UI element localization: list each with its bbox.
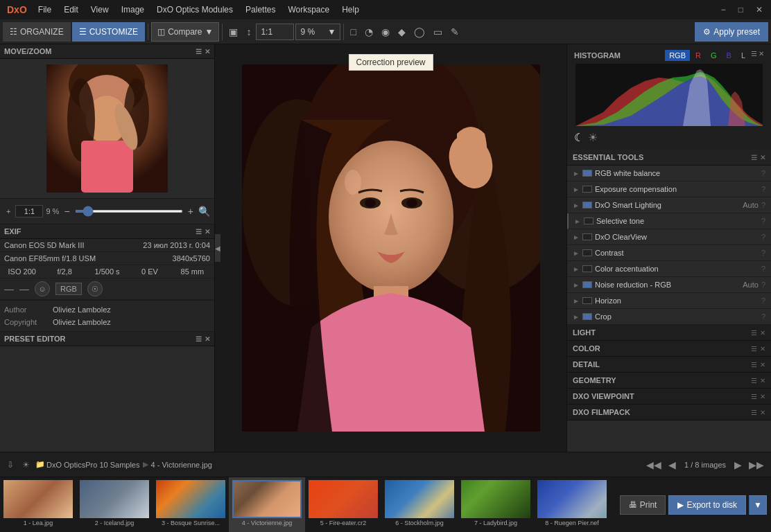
menu-view[interactable]: View (85, 3, 114, 16)
contrast-help[interactable]: ? (761, 249, 765, 257)
fit-screen-button[interactable]: ▣ (225, 22, 241, 42)
exposure-help[interactable]: ? (761, 185, 765, 193)
clearview-help[interactable]: ? (761, 233, 765, 241)
first-image-button[interactable]: ◀◀ (643, 458, 664, 472)
preset-editor-menu-icon[interactable]: ☰ (196, 335, 202, 343)
maximize-button[interactable]: □ (733, 3, 749, 16)
exposure-checkbox[interactable] (582, 186, 592, 193)
tool-row-crop[interactable]: ► Crop ? (567, 309, 771, 325)
zoom-slider[interactable] (75, 210, 183, 213)
preset-editor-close-icon[interactable]: ✕ (205, 335, 210, 343)
menu-workspace[interactable]: Workspace (282, 3, 335, 16)
zoom-decrease-button[interactable]: − (62, 202, 71, 221)
local-adjust-button[interactable]: ◆ (395, 22, 409, 42)
contrast-checkbox[interactable] (582, 249, 592, 256)
film-item-6[interactable]: 6 - Stockholm.jpg (381, 477, 458, 532)
color-menu[interactable]: ☰ (751, 345, 757, 353)
exif-menu-icon[interactable]: ☰ (196, 228, 202, 236)
export-dropdown-button[interactable]: ▼ (749, 495, 767, 515)
menu-palettes[interactable]: Palettes (240, 3, 281, 16)
viewpoint-menu[interactable]: ☰ (751, 393, 757, 400)
tool-row-noise-reduction[interactable]: ► Noise reduction - RGB Auto ? (567, 277, 771, 293)
tool-row-clearview[interactable]: ► DxO ClearView ? (567, 229, 771, 245)
compare-button[interactable]: ◫ Compare ▼ (151, 22, 219, 42)
noise-reduction-checkbox[interactable] (582, 281, 592, 288)
tool-row-selective-tone[interactable]: ► Selective tone ? (567, 213, 771, 229)
color-accent-checkbox[interactable] (582, 265, 592, 272)
close-button[interactable]: ✕ (750, 3, 768, 16)
print-button[interactable]: 🖶 Print (620, 495, 666, 515)
filter-button[interactable]: ☀ (19, 459, 33, 471)
export-button[interactable]: ▶ Export to disk (668, 495, 746, 515)
customize-button[interactable]: ☰ CUSTOMIZE (72, 22, 145, 42)
tools-menu-icon[interactable]: ☰ (751, 154, 757, 161)
white-balance-picker[interactable]: ◔ (361, 22, 376, 42)
crop-checkbox[interactable] (582, 313, 592, 320)
detail-menu[interactable]: ☰ (751, 361, 757, 369)
crop-tool-button[interactable]: □ (347, 22, 359, 42)
film-item-7[interactable]: 7 - Ladybird.jpg (458, 477, 534, 532)
prev-image-button[interactable]: ◀ (666, 458, 679, 472)
left-collapse-handle[interactable]: ◀ (215, 234, 220, 262)
menu-edit[interactable]: Edit (58, 3, 84, 16)
rgb-tag[interactable]: RGB (55, 283, 82, 295)
film-item-2[interactable]: 2 - Iceland.jpg (76, 477, 153, 532)
viewpoint-close[interactable]: ✕ (760, 393, 765, 400)
repair-button[interactable]: ◯ (410, 22, 428, 42)
tool-row-horizon[interactable]: ► Horizon ? (567, 293, 771, 309)
film-item-3[interactable]: 3 - Bosque Sunrise... (153, 477, 229, 532)
portrait-icon-btn[interactable]: ☺ (35, 281, 50, 296)
film-item-4[interactable]: 4 - Victorienne.jpg (229, 477, 305, 532)
hist-menu-icon[interactable]: ☰ (751, 50, 757, 61)
l-channel-btn[interactable]: L (737, 50, 750, 61)
crop-help[interactable]: ? (761, 312, 765, 321)
moon-mode-btn[interactable]: ☾ (574, 131, 584, 144)
zoom-arrows-button[interactable]: ↕ (243, 22, 254, 42)
rgb-channel-btn[interactable]: RGB (665, 50, 690, 61)
r-channel-btn[interactable]: R (691, 50, 705, 61)
rgb-wb-help[interactable]: ? (761, 169, 765, 177)
menu-file[interactable]: File (33, 3, 57, 16)
next-image-button[interactable]: ▶ (731, 458, 745, 472)
horizon-help[interactable]: ? (761, 296, 765, 305)
panel-menu-icon[interactable]: ☰ (196, 48, 202, 55)
dxo-filmpack-section[interactable]: DXO FILMPACK ☰✕ (567, 405, 771, 420)
clearview-checkbox[interactable] (582, 233, 592, 240)
tool-row-contrast[interactable]: ► Contrast ? (567, 245, 771, 261)
geometry-close[interactable]: ✕ (760, 377, 765, 384)
tool-row-exposure[interactable]: ► Exposure compensation ? (567, 181, 771, 197)
menu-dxo-optics[interactable]: DxO Optics Modules (151, 3, 239, 16)
tools-close-icon[interactable]: ✕ (760, 154, 765, 161)
tool-row-color-accent[interactable]: ► Color accentuation ? (567, 261, 771, 277)
menu-help[interactable]: Help (336, 3, 365, 16)
filmpack-close[interactable]: ✕ (760, 409, 765, 416)
apply-preset-button[interactable]: ⚙ Apply preset (695, 22, 768, 42)
detail-section[interactable]: DETAIL ☰✕ (567, 357, 771, 373)
tool-row-smart-lighting[interactable]: ► DxO Smart Lighting Auto ? (567, 197, 771, 213)
horizon-checkbox[interactable] (582, 297, 592, 304)
smart-lighting-help[interactable]: ? (761, 201, 765, 209)
color-section[interactable]: COLOR ☰✕ (567, 341, 771, 357)
film-item-1[interactable]: 1 - Lea.jpg (0, 477, 76, 532)
zoom-increase-button[interactable]: + (186, 202, 196, 221)
hist-close-icon[interactable]: ✕ (759, 50, 764, 61)
zoom-search-icon[interactable]: 🔍 (198, 206, 210, 217)
red-eye-button[interactable]: ◉ (378, 22, 393, 42)
exif-panel-close-icon[interactable]: ✕ (205, 228, 210, 236)
film-item-8[interactable]: 8 - Ruegen Pier.nef (534, 477, 610, 532)
filmpack-menu[interactable]: ☰ (751, 409, 757, 416)
noise-reduction-help[interactable]: ? (761, 281, 765, 289)
zoom-mode-button[interactable]: + (4, 202, 12, 221)
minimize-button[interactable]: − (716, 3, 731, 16)
sun-mode-btn[interactable]: ☀ (588, 131, 598, 144)
geometry-section[interactable]: GEOMETRY ☰✕ (567, 373, 771, 389)
panel-close-icon[interactable]: ✕ (205, 48, 210, 55)
brush-button[interactable]: ✎ (447, 22, 462, 42)
color-accent-help[interactable]: ? (761, 265, 765, 273)
light-menu[interactable]: ☰ (751, 329, 757, 337)
image-canvas[interactable]: Correction preview (215, 44, 566, 452)
perspective-button[interactable]: ▭ (430, 22, 446, 42)
last-image-button[interactable]: ▶▶ (746, 458, 767, 472)
selective-tone-help[interactable]: ? (761, 217, 765, 225)
geometry-menu[interactable]: ☰ (751, 377, 757, 384)
